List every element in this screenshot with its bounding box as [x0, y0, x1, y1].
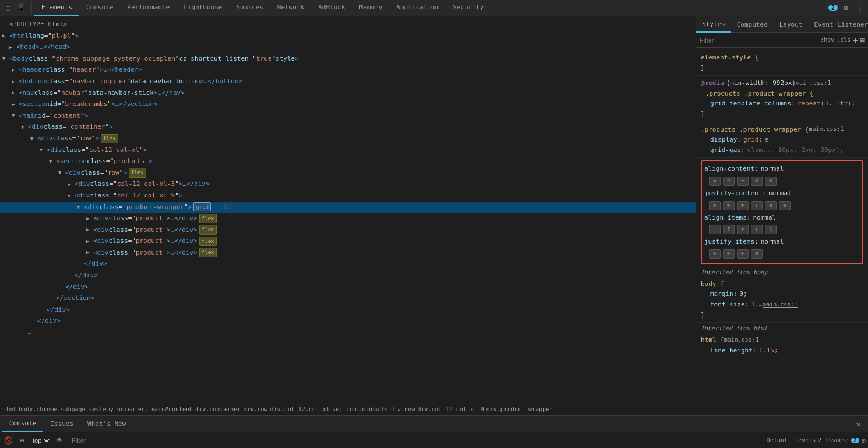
- breadcrumb-section-products[interactable]: section.products: [332, 406, 388, 412]
- tab-sources[interactable]: Sources: [229, 0, 270, 16]
- console-settings-icon[interactable]: ⚙: [862, 436, 866, 445]
- html-line-product4[interactable]: ▶ <div class="product" >…</div> flex: [0, 247, 696, 259]
- css-selector[interactable]: element.style {: [701, 52, 758, 63]
- html-line-head[interactable]: ▶ <head>…</head>: [0, 41, 696, 53]
- html-line-nav[interactable]: ▶ <nav class="navbar" data-navbar-stick …: [0, 87, 696, 99]
- tab-lighthouse[interactable]: Lighthouse: [177, 0, 229, 16]
- css-selector[interactable]: .products .product-wrapper {: [705, 89, 813, 99]
- align-items-icon-1[interactable]: ⊢: [709, 225, 721, 234]
- flex-badge[interactable]: flex: [129, 168, 146, 177]
- tab-security[interactable]: Security: [446, 0, 491, 16]
- tab-network[interactable]: Network: [270, 0, 311, 16]
- align-items-icon-5[interactable]: A: [765, 225, 777, 234]
- html-line-product3[interactable]: ▶ <div class="product" >…</div> flex: [0, 235, 696, 247]
- html-line-main[interactable]: ▼ <main id="content" >: [0, 110, 696, 122]
- cls-filter-button[interactable]: .cls: [837, 37, 851, 43]
- close-bottom-panel-button[interactable]: ✕: [852, 419, 866, 429]
- align-content-icon-3[interactable]: ☰: [737, 177, 749, 186]
- filter-console-icon[interactable]: ⊖: [16, 435, 28, 446]
- flex-badge[interactable]: flex: [199, 225, 217, 234]
- tab-application[interactable]: Application: [389, 0, 446, 16]
- tab-adblock[interactable]: AdBlock: [311, 0, 352, 16]
- html-line-section-bread[interactable]: ▶ <section id="breadcrumbs" >…</section>: [0, 98, 696, 110]
- justify-content-icon-1[interactable]: ⊪: [709, 201, 721, 210]
- breadcrumb-product-wrapper[interactable]: div.product-wrapper: [486, 406, 553, 412]
- breadcrumb-main[interactable]: main#content: [151, 406, 193, 412]
- css-selector-body[interactable]: body {: [701, 279, 724, 290]
- align-content-icon-5[interactable]: ≣: [765, 177, 777, 186]
- top-context-select[interactable]: top: [30, 436, 51, 445]
- settings-icon[interactable]: ⚙: [840, 2, 852, 14]
- html-line-close-section[interactable]: </section>: [0, 292, 696, 304]
- justify-content-icon-4[interactable]: ⫰: [751, 201, 763, 210]
- default-levels-dropdown[interactable]: Default levels: [767, 437, 816, 443]
- html-line-col-3[interactable]: ▶ <div class="col-12 col-xl-3" >…</div>: [0, 178, 696, 190]
- flex-badge[interactable]: flex: [101, 134, 118, 143]
- html-line-row2[interactable]: ▼ <div class="row" > flex: [0, 167, 696, 179]
- css-source-link[interactable]: main.css:1: [796, 79, 831, 88]
- styles-settings-icon[interactable]: ⊞: [860, 36, 865, 44]
- breadcrumb-html[interactable]: html: [2, 406, 16, 412]
- html-line-container[interactable]: ▼ <div class="container" >: [0, 121, 696, 133]
- html-line-product-wrapper[interactable]: ▼ <div class="product-wrapper" > grid ==…: [0, 202, 696, 213]
- justify-content-icon-5[interactable]: ⊞: [765, 201, 777, 210]
- device-toolbar-icon[interactable]: 📱: [15, 2, 27, 14]
- breadcrumb-row2[interactable]: div.row: [390, 406, 415, 412]
- tab-layout[interactable]: Layout: [774, 16, 809, 33]
- html-line-close-div-dots[interactable]: …: [0, 327, 696, 337]
- more-options-icon[interactable]: ⋮: [854, 2, 866, 14]
- html-line-product1[interactable]: ▶ <div class="product" >…</div> flex: [0, 213, 696, 224]
- breadcrumb-col-xl[interactable]: div.col-12.col-xl: [270, 406, 330, 412]
- html-line-html[interactable]: ▶ <html lang="pl-pl" >: [0, 30, 696, 42]
- tab-console[interactable]: Console: [79, 0, 120, 16]
- justify-items-icon-4[interactable]: ⊞: [751, 249, 763, 259]
- flex-badge[interactable]: flex: [199, 248, 217, 257]
- html-line-product2[interactable]: ▶ <div class="product" >…</div> flex: [0, 224, 696, 236]
- flex-badge[interactable]: flex: [199, 214, 217, 223]
- tab-styles[interactable]: Styles: [696, 16, 731, 33]
- pseudo-filter-button[interactable]: :hov: [820, 37, 834, 43]
- bottom-tab-whatsnew[interactable]: What's New: [80, 416, 133, 432]
- breadcrumb-body[interactable]: body.chrome.subpage.systemy-ocieplen.: [19, 406, 149, 412]
- tab-computed[interactable]: Computed: [731, 16, 774, 33]
- breadcrumb-col-xl-9[interactable]: div.col-12.col-xl-9: [417, 406, 484, 412]
- add-style-icon[interactable]: +: [853, 36, 858, 45]
- bottom-tab-console[interactable]: Console: [2, 416, 43, 432]
- html-line-button[interactable]: ▶ <button class="navbar-toggler" data-na…: [0, 76, 696, 87]
- tab-elements[interactable]: Elements: [34, 0, 79, 16]
- justify-items-icon-3[interactable]: ⊩: [737, 249, 749, 259]
- html-line-col-9[interactable]: ▼ <div class="col-12 col-xl-9" >: [0, 190, 696, 202]
- justify-content-icon-2[interactable]: ⊩: [723, 201, 735, 210]
- html-line-doctype[interactable]: <!DOCTYPE html>: [0, 19, 696, 30]
- html-line-close-div2[interactable]: </div>: [0, 270, 696, 281]
- html-line-col12[interactable]: ▼ <div class="col-12 col-xl" >: [0, 144, 696, 156]
- justify-content-icon-6[interactable]: ⊠: [779, 201, 791, 210]
- align-items-icon-3[interactable]: ⌶: [737, 225, 749, 234]
- css-source-link-html[interactable]: main.css:1: [724, 336, 759, 345]
- html-line-section-products[interactable]: ▼ <section class="products" >: [0, 156, 696, 167]
- tab-performance[interactable]: Performance: [120, 0, 177, 16]
- justify-content-icon-3[interactable]: ⊫: [737, 201, 749, 210]
- flex-badge[interactable]: flex: [199, 237, 217, 246]
- inspect-element-icon[interactable]: ⬚: [2, 2, 14, 14]
- align-content-icon-2[interactable]: ⊟: [723, 177, 735, 186]
- breadcrumb-container[interactable]: div.container: [195, 406, 241, 412]
- html-line-header[interactable]: ▶ <header class="header" >…</header>: [0, 64, 696, 76]
- align-items-icon-2[interactable]: T: [723, 225, 735, 234]
- css-source-link[interactable]: main.css:1: [809, 125, 844, 134]
- breadcrumb-row[interactable]: div.row: [243, 406, 267, 412]
- align-content-icon-1[interactable]: ≡: [709, 177, 721, 186]
- html-line-close-div1[interactable]: </div>: [0, 258, 696, 270]
- align-items-icon-4[interactable]: ⊥: [751, 225, 763, 234]
- css-selector-html[interactable]: html {: [701, 335, 724, 345]
- styles-filter-input[interactable]: [700, 37, 818, 44]
- eye-icon[interactable]: 👁: [54, 435, 65, 446]
- grid-badge[interactable]: grid: [193, 202, 211, 211]
- bottom-tab-issues[interactable]: Issues: [43, 416, 80, 432]
- justify-items-icon-1[interactable]: ⊫: [709, 249, 721, 259]
- css-selector[interactable]: .products .product-wrapper {: [701, 125, 809, 135]
- clear-console-icon[interactable]: 🚫: [2, 435, 14, 446]
- html-line-body[interactable]: ▼ <body class="chrome subpage systemy-oc…: [0, 53, 696, 65]
- html-line-close-div4[interactable]: </div>: [0, 304, 696, 316]
- align-content-icon-4[interactable]: ⊞: [751, 177, 763, 186]
